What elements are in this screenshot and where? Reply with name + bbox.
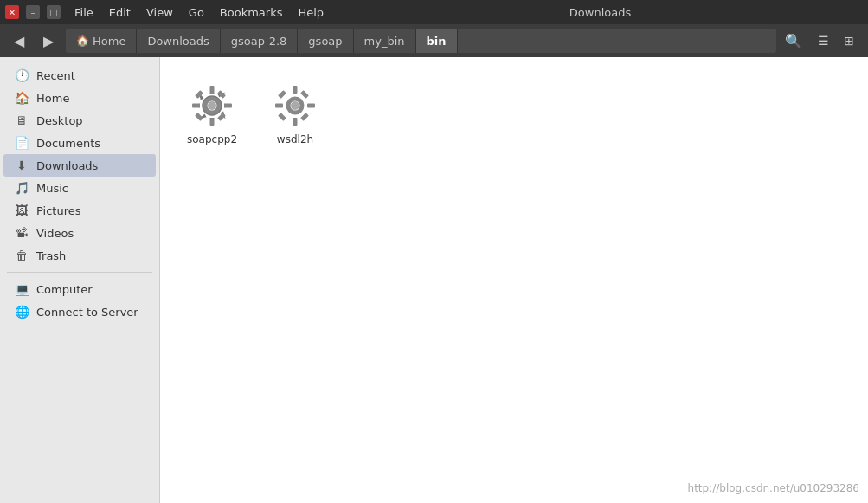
sidebar-item-trash[interactable]: 🗑 Trash bbox=[3, 244, 156, 267]
breadcrumb-home[interactable]: 🏠 Home bbox=[66, 29, 137, 53]
svg-point-2 bbox=[208, 101, 216, 110]
forward-button[interactable]: ▶ bbox=[36, 29, 61, 53]
breadcrumb-gsoap-label: gsoap bbox=[308, 35, 342, 48]
breadcrumb-gsoap28[interactable]: gsoap-2.8 bbox=[221, 29, 299, 53]
sidebar-item-videos[interactable]: 📽 Videos bbox=[3, 222, 156, 244]
home-sidebar-icon: 🏠 bbox=[14, 91, 29, 105]
file-label-soapcpp2: soapcpp2 bbox=[187, 133, 237, 145]
sidebar-item-videos-label: Videos bbox=[36, 227, 74, 240]
breadcrumb-mybin-label: my_bin bbox=[364, 35, 405, 48]
file-item-wsdl2h[interactable]: wsdl2h bbox=[260, 74, 330, 152]
menu-help[interactable]: Help bbox=[291, 4, 331, 21]
svg-rect-13 bbox=[275, 104, 283, 108]
maximize-button[interactable]: □ bbox=[47, 5, 61, 19]
search-button[interactable]: 🔍 bbox=[781, 29, 806, 53]
close-button[interactable]: ✕ bbox=[5, 5, 19, 19]
sidebar-item-home[interactable]: 🏠 Home bbox=[3, 87, 156, 109]
main-layout: 🕐 Recent 🏠 Home 🖥 Desktop 📄 Documents ⬇ … bbox=[0, 57, 868, 503]
svg-rect-10 bbox=[217, 113, 226, 121]
svg-rect-15 bbox=[278, 90, 286, 99]
svg-rect-6 bbox=[224, 104, 232, 108]
file-label-wsdl2h: wsdl2h bbox=[277, 133, 313, 145]
breadcrumb-bar: 🏠 Home Downloads gsoap-2.8 gsoap my_bin … bbox=[66, 29, 776, 53]
sidebar-divider bbox=[7, 272, 152, 273]
svg-rect-5 bbox=[192, 104, 200, 108]
desktop-icon: 🖥 bbox=[14, 113, 29, 127]
minimize-button[interactable]: – bbox=[26, 5, 40, 19]
back-button[interactable]: ◀ bbox=[7, 29, 31, 53]
sidebar-item-pictures-label: Pictures bbox=[36, 204, 80, 217]
music-icon: 🎵 bbox=[14, 181, 29, 195]
menu-file[interactable]: File bbox=[68, 4, 100, 21]
sidebar-item-pictures[interactable]: 🖼 Pictures bbox=[3, 199, 156, 222]
content-area: soapcpp2 bbox=[160, 57, 868, 503]
file-item-soapcpp2[interactable]: soapcpp2 bbox=[177, 74, 247, 152]
breadcrumb-gsoap[interactable]: gsoap bbox=[298, 29, 353, 53]
grid-view-button[interactable]: ⊞ bbox=[837, 29, 861, 53]
sidebar-item-music-label: Music bbox=[36, 182, 68, 195]
watermark: http://blog.csdn.net/u010293286 bbox=[688, 482, 859, 494]
svg-rect-8 bbox=[195, 113, 203, 121]
home-icon: 🏠 bbox=[76, 35, 89, 47]
sidebar-item-computer-label: Computer bbox=[36, 283, 93, 296]
titlebar: ✕ – □ File Edit View Go Bookmarks Help D… bbox=[0, 0, 868, 24]
breadcrumb-downloads[interactable]: Downloads bbox=[137, 29, 220, 53]
svg-rect-4 bbox=[210, 118, 215, 126]
menu-edit[interactable]: Edit bbox=[102, 4, 138, 21]
list-view-button[interactable]: ☰ bbox=[811, 29, 835, 53]
menu-bookmarks[interactable]: Bookmarks bbox=[213, 4, 290, 21]
breadcrumb-gsoap28-label: gsoap-2.8 bbox=[231, 35, 287, 48]
computer-icon: 💻 bbox=[14, 282, 29, 296]
breadcrumb-mybin[interactable]: my_bin bbox=[354, 29, 416, 53]
downloads-icon: ⬇ bbox=[14, 158, 29, 172]
connect-server-icon: 🌐 bbox=[14, 305, 29, 319]
window-title: Downloads bbox=[338, 6, 863, 19]
sidebar-item-downloads-label: Downloads bbox=[36, 159, 98, 172]
svg-rect-9 bbox=[217, 90, 226, 99]
gear-icon-soapcpp2 bbox=[188, 81, 236, 130]
svg-rect-17 bbox=[300, 90, 309, 99]
sidebar-item-home-label: Home bbox=[36, 92, 69, 105]
svg-rect-12 bbox=[293, 118, 298, 126]
sidebar-item-recent[interactable]: 🕐 Recent bbox=[3, 64, 156, 87]
sidebar-section-devices: 💻 Computer 🌐 Connect to Server bbox=[0, 278, 159, 323]
svg-rect-18 bbox=[300, 113, 309, 121]
svg-rect-14 bbox=[307, 104, 315, 108]
sidebar: 🕐 Recent 🏠 Home 🖥 Desktop 📄 Documents ⬇ … bbox=[0, 57, 160, 503]
pictures-icon: 🖼 bbox=[14, 203, 29, 217]
trash-icon: 🗑 bbox=[14, 248, 29, 262]
menu-bar: File Edit View Go Bookmarks Help bbox=[68, 4, 331, 21]
sidebar-item-connect-server-label: Connect to Server bbox=[36, 306, 138, 319]
documents-icon: 📄 bbox=[14, 136, 29, 150]
breadcrumb-bin[interactable]: bin bbox=[416, 29, 458, 53]
sidebar-item-desktop-label: Desktop bbox=[36, 114, 83, 127]
sidebar-item-documents-label: Documents bbox=[36, 137, 100, 150]
sidebar-item-downloads[interactable]: ⬇ Downloads bbox=[3, 154, 156, 177]
recent-icon: 🕐 bbox=[14, 68, 29, 82]
svg-rect-11 bbox=[293, 86, 298, 94]
sidebar-item-computer[interactable]: 💻 Computer bbox=[3, 278, 156, 300]
sidebar-item-music[interactable]: 🎵 Music bbox=[3, 177, 156, 199]
sidebar-item-connect-server[interactable]: 🌐 Connect to Server bbox=[3, 300, 156, 323]
svg-point-20 bbox=[291, 101, 299, 110]
menu-go[interactable]: Go bbox=[182, 4, 211, 21]
breadcrumb-downloads-label: Downloads bbox=[147, 35, 209, 48]
sidebar-item-desktop[interactable]: 🖥 Desktop bbox=[3, 109, 156, 132]
svg-rect-3 bbox=[210, 86, 215, 94]
videos-icon: 📽 bbox=[14, 226, 29, 240]
sidebar-item-trash-label: Trash bbox=[36, 249, 66, 262]
menu-view[interactable]: View bbox=[139, 4, 180, 21]
svg-rect-16 bbox=[278, 113, 286, 121]
file-grid: soapcpp2 bbox=[177, 74, 851, 152]
sidebar-section-places: 🕐 Recent 🏠 Home 🖥 Desktop 📄 Documents ⬇ … bbox=[0, 64, 159, 267]
toolbar: ◀ ▶ 🏠 Home Downloads gsoap-2.8 gsoap my_… bbox=[0, 24, 868, 57]
sidebar-item-recent-label: Recent bbox=[36, 69, 75, 82]
sidebar-item-documents[interactable]: 📄 Documents bbox=[3, 132, 156, 154]
breadcrumb-bin-label: bin bbox=[427, 35, 447, 48]
breadcrumb-home-label: Home bbox=[93, 35, 125, 48]
gear-icon-wsdl2h bbox=[271, 81, 319, 130]
view-buttons: ☰ ⊞ bbox=[811, 29, 861, 53]
